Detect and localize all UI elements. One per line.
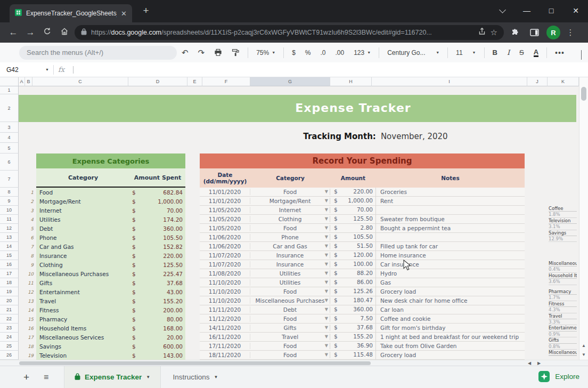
row-header[interactable]: 15 xyxy=(0,251,19,260)
spending-amount-cell[interactable]: $36.90 xyxy=(330,342,376,350)
category-row[interactable]: 17 Miscellaneous Services $ 20.00 xyxy=(36,333,185,342)
spending-row[interactable]: 11/07/2020 Insurance▼ $120.00 Home insur… xyxy=(200,251,525,260)
vertical-scrollbar[interactable]: ▲ ▼ xyxy=(579,77,588,360)
profile-avatar[interactable]: R xyxy=(546,26,560,39)
spending-date-cell[interactable]: 11/08/2020 xyxy=(200,270,250,277)
name-box[interactable]: G42▼ xyxy=(0,66,49,74)
spending-category-dropdown[interactable]: Clothing▼ xyxy=(250,216,330,222)
menu-search-input[interactable]: Search the menus (Alt+/) xyxy=(19,46,177,60)
column-header[interactable]: E xyxy=(187,77,202,86)
dropdown-caret-icon[interactable]: ▼ xyxy=(325,244,328,248)
category-row[interactable]: 2 Mortgage/Rent $ 1,000.00 xyxy=(36,197,185,206)
tab-search-icon[interactable] xyxy=(490,0,514,21)
spending-note-cell[interactable]: Rent xyxy=(376,198,525,204)
address-bar[interactable]: https://docs.google.com/spreadsheets/d/1… xyxy=(75,25,504,40)
spending-date-cell[interactable]: 11/01/2020 xyxy=(200,198,250,204)
spending-note-cell[interactable]: Coffee and cookie xyxy=(376,316,525,322)
spending-amount-cell[interactable]: $155.20 xyxy=(330,333,376,341)
spending-amount-cell[interactable]: $2.80 xyxy=(330,224,376,232)
row-header[interactable]: 11 xyxy=(0,215,19,224)
row-header[interactable]: 2 xyxy=(0,94,19,122)
category-row[interactable]: 8 Insurance $ 220.00 xyxy=(36,251,185,260)
spending-amount-cell[interactable]: $88.20 xyxy=(330,269,376,278)
spending-category-dropdown[interactable]: Food▼ xyxy=(250,352,330,358)
category-row[interactable]: 15 Pharmacy $ 80.00 xyxy=(36,314,185,324)
spending-note-cell[interactable]: Filled up tank for car xyxy=(376,243,525,249)
spending-date-cell[interactable]: 11/10/2020 xyxy=(200,279,250,286)
row-header[interactable]: 21 xyxy=(0,305,19,314)
spending-amount-cell[interactable]: $37.68 xyxy=(330,324,376,332)
minimize-button[interactable]: — xyxy=(514,0,539,21)
category-row[interactable]: 19 Television $ 143.00 xyxy=(36,351,185,360)
spending-category-dropdown[interactable]: Food▼ xyxy=(250,343,330,349)
spending-note-cell[interactable]: Home insurance xyxy=(376,252,525,258)
spending-amount-cell[interactable]: $7.50 xyxy=(330,314,376,323)
dropdown-caret-icon[interactable]: ▼ xyxy=(325,280,328,285)
spending-amount-cell[interactable]: $100.00 xyxy=(330,260,376,269)
horizontal-scrollbar-thumb[interactable] xyxy=(19,361,371,365)
spending-amount-cell[interactable]: $70.00 xyxy=(330,206,376,214)
row-header[interactable]: 23 xyxy=(0,324,19,333)
column-header[interactable]: D xyxy=(128,77,187,86)
row-header[interactable]: 8 xyxy=(0,188,19,197)
spending-note-cell[interactable]: Take out from Olive Garden xyxy=(376,343,525,349)
new-tab-button[interactable]: + xyxy=(140,5,152,17)
reload-icon[interactable] xyxy=(40,27,54,38)
spending-amount-cell[interactable]: $180.47 xyxy=(330,296,376,305)
row-header[interactable]: 17 xyxy=(0,269,19,278)
spending-row[interactable]: 11/05/2020 Clothing▼ $125.50 Sweater fro… xyxy=(200,215,525,224)
spending-date-cell[interactable]: 11/10/2020 xyxy=(200,297,250,304)
spending-row[interactable]: 11/05/2020 Food▼ $2.80 Bought a peppermi… xyxy=(200,224,525,233)
spending-note-cell[interactable]: Car insurance xyxy=(376,261,525,268)
dropdown-caret-icon[interactable]: ▼ xyxy=(325,343,328,348)
row-header[interactable]: 20 xyxy=(0,296,19,305)
add-sheet-icon[interactable]: + xyxy=(23,371,29,383)
spending-row[interactable]: 11/10/2020 Food▼ $125.26 Grocery load xyxy=(200,287,525,296)
row-header[interactable]: 22 xyxy=(0,314,19,324)
spending-category-dropdown[interactable]: Insurance▼ xyxy=(250,252,330,258)
spending-date-cell[interactable]: 11/06/2020 xyxy=(200,243,250,249)
spending-row[interactable]: 11/10/2020 Utilities▼ $86.00 Gas xyxy=(200,278,525,287)
dropdown-caret-icon[interactable]: ▼ xyxy=(325,198,328,203)
dropdown-caret-icon[interactable]: ▼ xyxy=(325,262,328,266)
close-button[interactable]: ✕ xyxy=(564,0,588,21)
spending-row[interactable]: 11/01/2020 Mortgage/Rent▼ $1,000.00 Rent xyxy=(200,197,525,206)
column-header[interactable]: H xyxy=(330,77,372,86)
spending-category-dropdown[interactable]: Mortgage/Rent▼ xyxy=(250,198,330,204)
category-row[interactable]: 7 Car and Gas $ 152.82 xyxy=(36,242,185,251)
row-header[interactable]: 14 xyxy=(0,242,19,251)
category-row[interactable]: 4 Utilities $ 174.20 xyxy=(36,215,185,224)
spending-row[interactable]: 11/08/2020 Utilities▼ $88.20 Hydro xyxy=(200,269,525,278)
row-header[interactable]: 16 xyxy=(0,260,19,269)
lock-icon[interactable] xyxy=(81,28,87,37)
spending-row[interactable]: 11/07/2020 Insurance▼ $100.00 Car insura… xyxy=(200,260,525,269)
spending-row[interactable]: 11/10/2020 Miscellaneous Purchases▼ $180… xyxy=(200,296,525,305)
dropdown-caret-icon[interactable]: ▼ xyxy=(325,307,328,312)
browser-tab[interactable]: ExpenseTracker_GoogleSheets_S ✕ xyxy=(10,4,132,22)
column-header[interactable]: G xyxy=(250,77,330,86)
spending-category-dropdown[interactable]: Car and Gas▼ xyxy=(250,243,330,249)
dropdown-caret-icon[interactable]: ▼ xyxy=(325,352,328,357)
spending-date-cell[interactable]: 11/11/2020 xyxy=(200,306,250,313)
column-header[interactable]: I xyxy=(372,77,527,86)
extension-puzzle-icon[interactable] xyxy=(507,28,523,37)
dropdown-caret-icon[interactable]: ▼ xyxy=(325,316,328,321)
spending-row[interactable]: 11/11/2020 Debt▼ $360.00 Car loan xyxy=(200,305,525,314)
hide-menus-icon[interactable] xyxy=(581,50,582,60)
share-icon[interactable] xyxy=(478,27,486,38)
spending-date-cell[interactable]: 11/05/2020 xyxy=(200,216,250,222)
spending-note-cell[interactable]: Car loan xyxy=(376,306,525,313)
spending-note-cell[interactable]: Hydro xyxy=(376,270,525,277)
forward-icon[interactable]: → xyxy=(23,27,37,38)
spending-date-cell[interactable]: 14/11/2020 xyxy=(200,325,250,331)
more-formats-button[interactable]: 123▼ xyxy=(354,49,371,56)
spending-row[interactable]: 17/11/2020 Food▼ $36.90 Take out from Ol… xyxy=(200,342,525,351)
all-sheets-icon[interactable]: ≡ xyxy=(44,373,48,382)
row-header[interactable]: 1 xyxy=(0,86,19,94)
undo-icon[interactable]: ↶ xyxy=(182,48,189,58)
spending-note-cell[interactable]: Sweater from boutique xyxy=(376,216,525,222)
spending-category-dropdown[interactable]: Food▼ xyxy=(250,288,330,295)
spending-amount-cell[interactable]: $1,000.00 xyxy=(330,197,376,205)
sheet-tab-expense-tracker[interactable]: Expense Tracker ▼ xyxy=(64,366,161,388)
url-text[interactable]: https://docs.google.com/spreadsheets/d/1… xyxy=(91,29,473,36)
